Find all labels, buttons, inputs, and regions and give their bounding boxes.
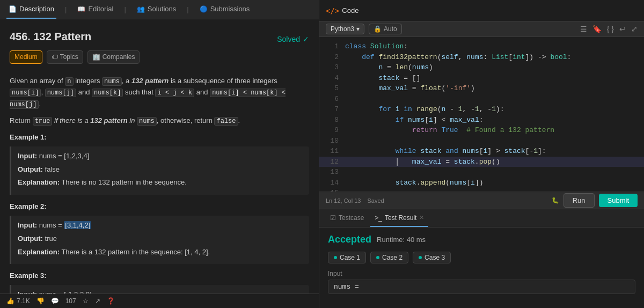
code-line-7: 7 for i in range(n - 1, -1, -1): bbox=[319, 104, 644, 115]
auto-selector[interactable]: 🔒 Auto bbox=[369, 24, 402, 34]
solutions-icon: 👥 bbox=[137, 5, 145, 13]
comment-count: 107 bbox=[65, 297, 76, 305]
code-top-bar: </> Code bbox=[319, 0, 644, 21]
problem-header: 456. 132 Pattern Solved ✓ Medium 🏷 Topic… bbox=[10, 19, 309, 76]
companies-label: Companies bbox=[103, 52, 135, 62]
example2-explanation: Explanation: There is a 132 pattern in t… bbox=[18, 247, 303, 258]
company-icon: 🏢 bbox=[92, 52, 100, 62]
bookmark-icon[interactable]: 🔖 bbox=[592, 25, 602, 33]
submissions-icon: 🔵 bbox=[200, 5, 208, 13]
tab-submissions-label: Submissions bbox=[210, 5, 250, 13]
example1-title: Example 1: bbox=[10, 132, 309, 143]
topics-badge[interactable]: 🏷 Topics bbox=[47, 50, 83, 64]
right-panel: </> Code Python3 ▾ 🔒 Auto ☰ 🔖 { } ↩ ⤢ bbox=[319, 0, 644, 308]
format-icon[interactable]: { } bbox=[607, 25, 614, 33]
input-label: Input bbox=[328, 270, 635, 277]
problem-description: Given an array of n integers nums, a 132… bbox=[10, 76, 309, 110]
accepted-row: Accepted Runtime: 40 ms bbox=[328, 234, 635, 245]
tab-divider-1: | bbox=[65, 5, 67, 13]
code-line-8: 8 if nums[i] < max_val: bbox=[319, 115, 644, 126]
bottom-content: Accepted Runtime: 40 ms Case 1 Case 2 Ca… bbox=[319, 228, 644, 308]
star-icon[interactable]: ☆ bbox=[83, 297, 89, 305]
input-field[interactable]: nums = bbox=[328, 280, 635, 294]
terminal-icon: >_ bbox=[375, 214, 382, 222]
difficulty-badge[interactable]: Medium bbox=[10, 50, 42, 64]
tab-divider-3: | bbox=[187, 5, 188, 13]
example1-block: Input: nums = [1,2,3,4] Output: false Ex… bbox=[10, 146, 309, 195]
topics-label: Topics bbox=[60, 52, 78, 62]
share-icon[interactable]: ↗ bbox=[95, 297, 100, 305]
code-line-2: 2 def find132pattern(self, nums: List[in… bbox=[319, 52, 644, 63]
example2-block: Input: nums = [3,1,4,2] Output: true Exp… bbox=[10, 216, 309, 264]
nums-ref: nums bbox=[137, 117, 157, 126]
tab-divider-2: | bbox=[124, 5, 126, 13]
example3-input: Input: nums = [-1,3,2,0] bbox=[18, 289, 303, 294]
auto-label: Auto bbox=[384, 25, 397, 33]
help-icon[interactable]: ❓ bbox=[107, 297, 115, 305]
toolbar-right: ☰ 🔖 { } ↩ ⤢ bbox=[580, 25, 638, 33]
case-3-dot bbox=[419, 256, 422, 259]
case-2-button[interactable]: Case 2 bbox=[370, 252, 408, 263]
check-icon: ✓ bbox=[303, 33, 309, 45]
top-tabs: 📄 Description | 📖 Editorial | 👥 Solution… bbox=[0, 0, 319, 19]
example3-title: Example 3: bbox=[10, 270, 309, 282]
code-line-14: 14 stack.append(nums[i]) bbox=[319, 178, 644, 188]
example1-explanation: Explanation: There is no 132 pattern in … bbox=[18, 177, 303, 188]
nums-code: nums bbox=[102, 77, 122, 86]
run-button[interactable]: Run bbox=[564, 193, 595, 208]
code-panel-title: </> Code bbox=[326, 6, 358, 15]
example3-block: Input: nums = [-1,3,2,0] Output: true Ex… bbox=[10, 285, 309, 294]
comment-icon[interactable]: 💬 bbox=[51, 297, 59, 305]
undo-icon[interactable]: ↩ bbox=[619, 25, 626, 33]
tag-icon: 🏷 bbox=[52, 52, 58, 62]
problem-title: 456. 132 Pattern bbox=[10, 28, 91, 45]
testcase-icon: ☑ bbox=[330, 214, 336, 222]
case-2-label: Case 2 bbox=[382, 254, 402, 261]
code-editor[interactable]: 1 class Solution: 2 def find132pattern(s… bbox=[319, 37, 644, 192]
case-1-dot bbox=[334, 256, 337, 259]
tags-row: Medium 🏷 Topics 🏢 Companies bbox=[10, 50, 309, 64]
example2-input: Input: nums = [3,1,4,2] bbox=[18, 220, 303, 231]
highlight-input: [3,1,4,2] bbox=[64, 221, 91, 229]
description-icon: 📄 bbox=[9, 5, 17, 13]
tab-description[interactable]: 📄 Description bbox=[6, 0, 56, 19]
solved-badge: Solved ✓ bbox=[277, 33, 309, 45]
tab-editorial[interactable]: 📖 Editorial bbox=[75, 0, 115, 19]
lock-icon: 🔒 bbox=[374, 25, 382, 33]
numsI-code: nums[i] bbox=[10, 89, 41, 97]
example2-output: Output: true bbox=[18, 233, 303, 245]
thumbs-down-icon[interactable]: 👎 bbox=[36, 297, 45, 305]
settings-icon[interactable]: ☰ bbox=[580, 25, 587, 33]
bug-icon[interactable]: 🐛 bbox=[552, 197, 559, 204]
false-code: false bbox=[214, 117, 238, 126]
testresult-close[interactable]: ✕ bbox=[419, 214, 424, 221]
return-if: if there is a 132 pattern in bbox=[54, 116, 135, 124]
expand-icon[interactable]: ⤢ bbox=[631, 25, 638, 33]
code-line-12: 12 │ max_val = stack.pop() bbox=[319, 157, 644, 167]
like-count-value: 7.1K bbox=[17, 297, 30, 305]
tab-submissions[interactable]: 🔵 Submissions bbox=[197, 0, 252, 19]
tab-testcase[interactable]: ☑ Testcase bbox=[326, 209, 368, 227]
case-1-button[interactable]: Case 1 bbox=[328, 252, 366, 263]
case-3-button[interactable]: Case 3 bbox=[413, 252, 451, 263]
accepted-label: Accepted bbox=[328, 234, 371, 245]
code-panel-label: Code bbox=[342, 6, 358, 14]
code-line-3: 3 n = len(nums) bbox=[319, 62, 644, 73]
like-section[interactable]: 👍 7.1K bbox=[6, 297, 30, 305]
lang-chevron-icon: ▾ bbox=[356, 25, 360, 33]
true-code: true bbox=[33, 117, 53, 126]
case-3-label: Case 3 bbox=[425, 254, 445, 261]
code-line-4: 4 stack = [] bbox=[319, 73, 644, 84]
code-line-9: 9 return True # Found a 132 pattern bbox=[319, 125, 644, 136]
companies-badge[interactable]: 🏢 Companies bbox=[87, 50, 140, 64]
tab-solutions[interactable]: 👥 Solutions bbox=[135, 0, 178, 19]
code-line-15: 15 bbox=[319, 188, 644, 192]
cond-ijk: i < j < k bbox=[155, 89, 194, 97]
code-line-1: 1 class Solution: bbox=[319, 41, 644, 52]
example1-input: Input: nums = [1,2,3,4] bbox=[18, 151, 303, 162]
language-selector[interactable]: Python3 ▾ bbox=[326, 24, 364, 34]
pattern-bold: 132 pattern bbox=[131, 77, 169, 85]
return-description: Return true if there is a 132 pattern in… bbox=[10, 115, 309, 127]
tab-testresult[interactable]: >_ Test Result ✕ bbox=[370, 209, 428, 227]
submit-button[interactable]: Submit bbox=[599, 194, 638, 207]
